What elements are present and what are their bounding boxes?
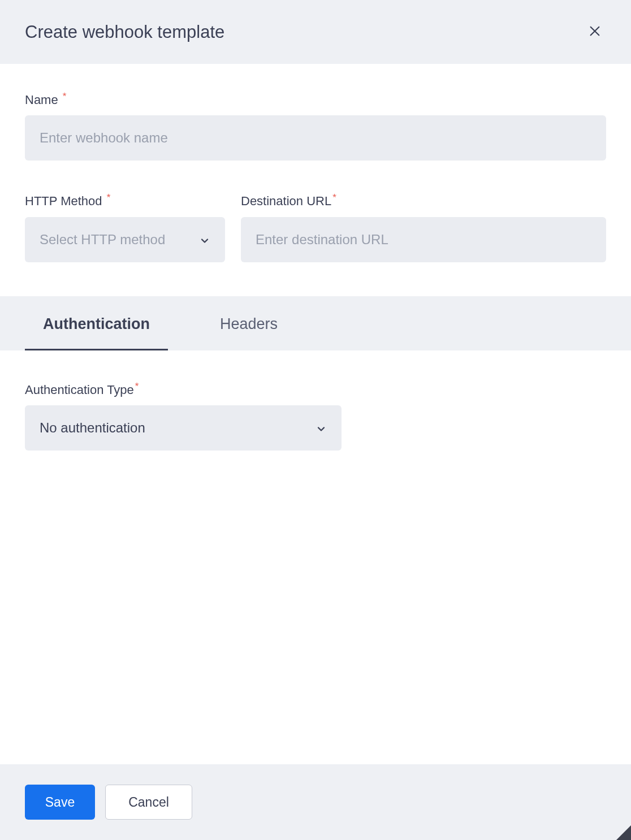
name-label-text: Name: [25, 93, 58, 107]
authentication-type-select-value: No authentication: [40, 420, 145, 436]
modal-header: Create webhook template: [0, 0, 631, 64]
tab-authentication[interactable]: Authentication: [25, 300, 168, 350]
method-url-row: HTTP Method * Select HTTP method Destina…: [25, 192, 606, 262]
required-marker: *: [107, 192, 111, 203]
name-label: Name *: [25, 91, 606, 107]
cancel-button-label: Cancel: [128, 795, 169, 810]
destination-url-label-text: Destination URL: [241, 194, 331, 209]
authentication-type-label: Authentication Type*: [25, 381, 606, 397]
modal-footer: Save Cancel: [0, 764, 631, 840]
close-icon: [589, 25, 601, 40]
required-marker: *: [135, 381, 139, 392]
close-button[interactable]: [584, 21, 606, 44]
destination-url-label: Destination URL*: [241, 192, 606, 209]
corner-decoration: [616, 825, 631, 840]
destination-url-input-placeholder: Enter destination URL: [256, 232, 388, 248]
http-method-label: HTTP Method *: [25, 192, 225, 209]
http-method-select[interactable]: Select HTTP method: [25, 217, 225, 262]
destination-url-field: Destination URL* Enter destination URL: [241, 192, 606, 262]
name-input[interactable]: Enter webhook name: [25, 115, 606, 161]
tab-authentication-label: Authentication: [43, 315, 150, 332]
save-button-label: Save: [45, 795, 75, 810]
save-button[interactable]: Save: [25, 785, 95, 820]
chevron-down-icon: [199, 234, 210, 245]
tab-headers-label: Headers: [220, 315, 278, 332]
cancel-button[interactable]: Cancel: [105, 785, 192, 820]
form-body: Name * Enter webhook name HTTP Method * …: [0, 64, 631, 296]
http-method-field: HTTP Method * Select HTTP method: [25, 192, 225, 262]
tabs-strip: Authentication Headers: [0, 296, 631, 350]
required-marker: *: [63, 91, 67, 102]
modal-title: Create webhook template: [25, 22, 224, 42]
name-input-placeholder: Enter webhook name: [40, 130, 168, 146]
authentication-section: Authentication Type* No authentication: [0, 350, 631, 473]
http-method-label-text: HTTP Method: [25, 194, 102, 209]
required-marker: *: [332, 192, 336, 203]
http-method-select-placeholder: Select HTTP method: [40, 232, 165, 248]
tab-headers[interactable]: Headers: [202, 300, 296, 350]
authentication-type-select[interactable]: No authentication: [25, 405, 342, 451]
destination-url-input[interactable]: Enter destination URL: [241, 217, 606, 262]
authentication-type-label-text: Authentication Type: [25, 383, 134, 397]
chevron-down-icon: [316, 422, 327, 434]
